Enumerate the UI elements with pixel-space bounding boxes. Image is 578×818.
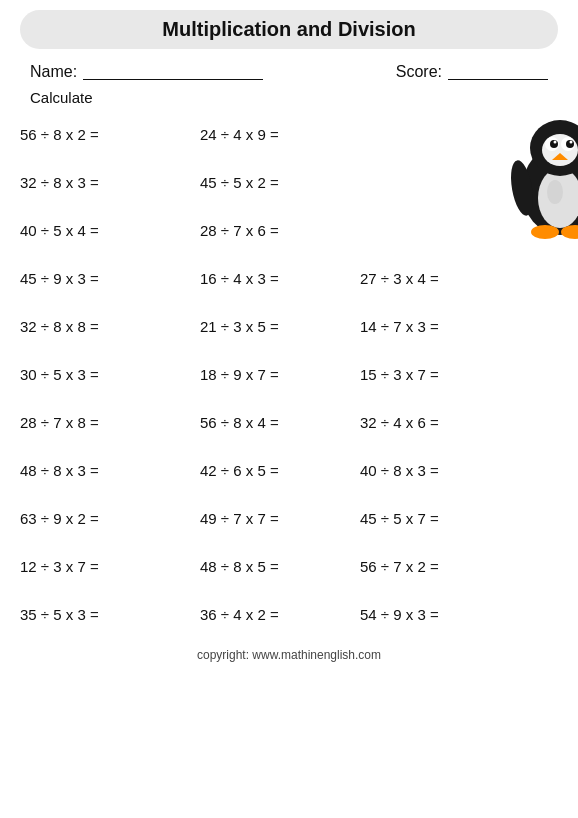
- problem-col1: 45 ÷ 9 x 3 =: [20, 270, 200, 287]
- svg-point-15: [547, 180, 563, 204]
- problem-col3: 45 ÷ 5 x 7 =: [360, 510, 500, 527]
- problems-area: 56 ÷ 8 x 2 =24 ÷ 4 x 9 =32 ÷ 8 x 3 =45 ÷…: [20, 110, 500, 638]
- problem-col2: 28 ÷ 7 x 6 =: [200, 222, 360, 239]
- problem-col2: 18 ÷ 9 x 7 =: [200, 366, 360, 383]
- problem-col1: 32 ÷ 8 x 3 =: [20, 174, 200, 191]
- problem-col3: 32 ÷ 4 x 6 =: [360, 414, 500, 431]
- problem-col2: 45 ÷ 5 x 2 =: [200, 174, 360, 191]
- problem-col1: 35 ÷ 5 x 3 =: [20, 606, 200, 623]
- name-label: Name:: [30, 63, 77, 81]
- problem-col2: 49 ÷ 7 x 7 =: [200, 510, 360, 527]
- table-row: 48 ÷ 8 x 3 =42 ÷ 6 x 5 =40 ÷ 8 x 3 =: [20, 446, 500, 494]
- penguin-image: [500, 110, 578, 240]
- problem-col2: 21 ÷ 3 x 5 =: [200, 318, 360, 335]
- copyright-text: copyright: www.mathinenglish.com: [20, 648, 558, 662]
- table-row: 45 ÷ 9 x 3 =16 ÷ 4 x 3 =27 ÷ 3 x 4 =: [20, 254, 500, 302]
- table-row: 32 ÷ 8 x 8 =21 ÷ 3 x 5 =14 ÷ 7 x 3 =: [20, 302, 500, 350]
- table-row: 40 ÷ 5 x 4 =28 ÷ 7 x 6 =: [20, 206, 500, 254]
- problem-col2: 42 ÷ 6 x 5 =: [200, 462, 360, 479]
- problem-col1: 56 ÷ 8 x 2 =: [20, 126, 200, 143]
- svg-point-8: [554, 141, 557, 144]
- table-row: 35 ÷ 5 x 3 =36 ÷ 4 x 2 =54 ÷ 9 x 3 =: [20, 590, 500, 638]
- problem-col3: 14 ÷ 7 x 3 =: [360, 318, 500, 335]
- table-row: 32 ÷ 8 x 3 =45 ÷ 5 x 2 =: [20, 158, 500, 206]
- problem-col3: 15 ÷ 3 x 7 =: [360, 366, 500, 383]
- score-underline: [448, 64, 548, 80]
- problem-col1: 32 ÷ 8 x 8 =: [20, 318, 200, 335]
- table-row: 63 ÷ 9 x 2 =49 ÷ 7 x 7 =45 ÷ 5 x 7 =: [20, 494, 500, 542]
- score-field-container: Score:: [396, 63, 548, 81]
- table-row: 56 ÷ 8 x 2 =24 ÷ 4 x 9 =: [20, 110, 500, 158]
- table-row: 30 ÷ 5 x 3 =18 ÷ 9 x 7 =15 ÷ 3 x 7 =: [20, 350, 500, 398]
- problem-col3: 40 ÷ 8 x 3 =: [360, 462, 500, 479]
- page-title: Multiplication and Division: [162, 18, 415, 40]
- problem-col1: 30 ÷ 5 x 3 =: [20, 366, 200, 383]
- problem-col3: 54 ÷ 9 x 3 =: [360, 606, 500, 623]
- calculate-label: Calculate: [20, 89, 558, 106]
- problem-col3: 27 ÷ 3 x 4 =: [360, 270, 500, 287]
- name-field-container: Name:: [30, 63, 263, 81]
- table-row: 28 ÷ 7 x 8 =56 ÷ 8 x 4 =32 ÷ 4 x 6 =: [20, 398, 500, 446]
- penguin-area: [500, 110, 578, 638]
- problem-col2: 48 ÷ 8 x 5 =: [200, 558, 360, 575]
- table-row: 12 ÷ 3 x 7 =48 ÷ 8 x 5 =56 ÷ 7 x 2 =: [20, 542, 500, 590]
- problem-col1: 48 ÷ 8 x 3 =: [20, 462, 200, 479]
- problem-col1: 12 ÷ 3 x 7 =: [20, 558, 200, 575]
- problem-col2: 24 ÷ 4 x 9 =: [200, 126, 360, 143]
- name-score-row: Name: Score:: [20, 63, 558, 81]
- title-bar: Multiplication and Division: [20, 10, 558, 49]
- name-underline: [83, 64, 263, 80]
- svg-point-13: [531, 225, 559, 239]
- problem-col1: 63 ÷ 9 x 2 =: [20, 510, 200, 527]
- problem-col1: 28 ÷ 7 x 8 =: [20, 414, 200, 431]
- problem-col3: 56 ÷ 7 x 2 =: [360, 558, 500, 575]
- problem-col2: 36 ÷ 4 x 2 =: [200, 606, 360, 623]
- problem-col2: 56 ÷ 8 x 4 =: [200, 414, 360, 431]
- problem-col2: 16 ÷ 4 x 3 =: [200, 270, 360, 287]
- score-label: Score:: [396, 63, 442, 81]
- svg-point-9: [570, 141, 573, 144]
- problem-col1: 40 ÷ 5 x 4 =: [20, 222, 200, 239]
